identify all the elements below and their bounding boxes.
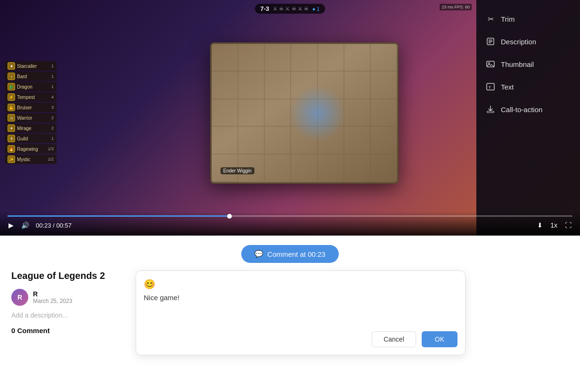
- progress-bar[interactable]: [8, 215, 572, 217]
- list-item: 💪 Bruiser 3: [5, 103, 57, 112]
- video-info: League of Legends 2 R R March 25, 2023 A…: [11, 270, 124, 355]
- author-date: March 25, 2023: [33, 298, 72, 304]
- unit-icon: 🔥: [8, 145, 15, 153]
- video-title: League of Legends 2: [11, 270, 124, 281]
- list-item: ✦ Mirage 2: [5, 123, 57, 133]
- ok-button[interactable]: OK: [422, 331, 457, 347]
- comment-textarea[interactable]: Nice game!: [144, 294, 457, 322]
- right-sidebar: ✂ Trim Description: [476, 0, 580, 236]
- sidebar-item-description[interactable]: Description: [476, 30, 580, 53]
- unit-icon: ⚡: [8, 93, 15, 101]
- volume-button[interactable]: 🔊: [20, 220, 30, 230]
- unit-icon: ✨: [8, 155, 15, 163]
- unit-icon: ✦: [8, 124, 15, 132]
- cta-icon: [486, 105, 495, 114]
- video-controls: ▶ 🔊 00:23 / 00:57 ⬇ 1x ⛶: [0, 212, 580, 236]
- unit-icon: ★: [8, 62, 15, 70]
- author-name: R: [33, 290, 72, 298]
- description-icon: [486, 37, 495, 46]
- svg-text:T: T: [489, 85, 491, 90]
- svg-point-5: [489, 63, 490, 64]
- sidebar-label-text: Text: [501, 83, 514, 91]
- sidebar-label-cta: Call-to-action: [501, 106, 542, 114]
- trim-icon: ✂: [486, 14, 495, 24]
- video-container: 7-3 ⚔ ☠ ⚔ ☠ ⚔ ☠ ● 1 23 ms FPS: 60 ★ Star…: [0, 0, 580, 236]
- player-label: Ender Wiggin: [221, 167, 254, 174]
- sidebar-item-text[interactable]: T Text: [476, 75, 580, 98]
- sidebar-item-thumbnail[interactable]: Thumbnail: [476, 53, 580, 75]
- list-item: ✨ Mystic 1/2: [5, 155, 57, 164]
- list-item: ♪ Bard 1: [5, 72, 57, 81]
- cancel-button[interactable]: Cancel: [372, 331, 416, 347]
- list-item: ⚜ Guild 1: [5, 134, 57, 143]
- arena-board: [210, 42, 399, 184]
- download-button[interactable]: ⬇: [536, 220, 544, 230]
- progress-thumb: [227, 214, 232, 219]
- unit-icon: ⚜: [8, 135, 15, 142]
- game-hud-top: 7-3 ⚔ ☠ ⚔ ☠ ⚔ ☠ ● 1: [255, 4, 326, 14]
- sidebar-label-description: Description: [501, 38, 536, 46]
- comment-bar: 💬 Comment at 00:23: [0, 236, 580, 270]
- author-row: R R March 25, 2023: [11, 289, 124, 306]
- svg-rect-8: [487, 111, 494, 113]
- sidebar-label-trim: Trim: [501, 15, 515, 23]
- score-display: 7-3: [261, 5, 270, 12]
- list-item: ⚡ Tempest 4: [5, 92, 57, 102]
- text-icon: T: [486, 82, 495, 91]
- time-display: 00:23 / 00:57: [36, 222, 72, 229]
- list-item: 🐉 Dragon 1: [5, 82, 57, 91]
- unit-list: ★ Starcaller 1 ♪ Bard 1 🐉 Dragon 1 ⚡ Tem…: [5, 61, 57, 164]
- dialog-actions: Cancel OK: [144, 331, 457, 347]
- fullscreen-button[interactable]: ⛶: [564, 220, 572, 230]
- video-frame: 7-3 ⚔ ☠ ⚔ ☠ ⚔ ☠ ● 1 23 ms FPS: 60 ★ Star…: [0, 0, 580, 236]
- list-item: ★ Starcaller 1: [5, 61, 57, 71]
- comment-at-button[interactable]: 💬 Comment at 00:23: [241, 245, 338, 263]
- list-item: ⚔ Warrior 2: [5, 113, 57, 122]
- thumbnail-icon: [486, 59, 495, 69]
- avatar: R: [11, 289, 28, 306]
- comment-icon: 💬: [254, 250, 263, 258]
- sidebar-label-thumbnail: Thumbnail: [501, 60, 534, 68]
- description-placeholder[interactable]: Add a description...: [11, 311, 124, 319]
- comment-button-label: Comment at 00:23: [267, 250, 325, 258]
- unit-icon: 💪: [8, 104, 15, 111]
- unit-icon: 🐉: [8, 83, 15, 90]
- comment-dialog: 😊 Nice game! Cancel OK: [136, 270, 466, 355]
- unit-icon: ♪: [8, 73, 15, 80]
- list-item: 🔥 Ragewing 1/3: [5, 144, 57, 154]
- game-scene: 7-3 ⚔ ☠ ⚔ ☠ ⚔ ☠ ● 1 23 ms FPS: 60 ★ Star…: [0, 0, 580, 236]
- ms-fps-display: 23 ms FPS: 60: [440, 4, 472, 10]
- sidebar-item-trim[interactable]: ✂ Trim: [476, 8, 580, 30]
- speed-button[interactable]: 1x: [549, 220, 558, 230]
- game-arena: [196, 33, 432, 203]
- unit-icon: ⚔: [8, 114, 15, 122]
- sidebar-item-cta[interactable]: Call-to-action: [476, 98, 580, 121]
- play-button[interactable]: ▶: [8, 220, 15, 230]
- progress-fill: [8, 215, 229, 217]
- bottom-section: League of Legends 2 R R March 25, 2023 A…: [0, 270, 580, 367]
- emoji-picker-icon[interactable]: 😊: [144, 278, 457, 290]
- comment-count: 0 Comment: [11, 327, 124, 335]
